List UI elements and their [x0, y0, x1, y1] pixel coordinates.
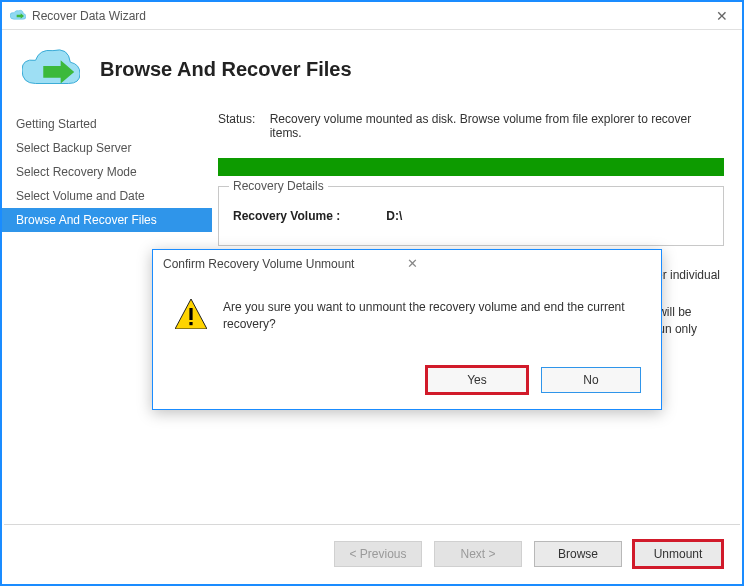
previous-button: < Previous	[334, 541, 422, 567]
recovery-volume-value: D:\	[386, 209, 402, 223]
unmount-button[interactable]: Unmount	[634, 541, 722, 567]
dialog-footer: Yes No	[153, 361, 661, 409]
titlebar: Recover Data Wizard ✕	[2, 2, 742, 30]
close-icon[interactable]: ✕	[710, 8, 734, 24]
svg-rect-2	[189, 308, 192, 320]
recovery-details-title: Recovery Details	[229, 179, 328, 193]
svg-rect-3	[189, 322, 192, 325]
recovery-volume-label: Recovery Volume :	[233, 209, 383, 223]
page-title: Browse And Recover Files	[100, 58, 352, 81]
dialog-message: Are you sure you want to unmount the rec…	[223, 299, 637, 333]
window: Recover Data Wizard ✕ Browse And Recover…	[0, 0, 744, 586]
sidebar-item-select-backup-server[interactable]: Select Backup Server	[2, 136, 212, 160]
dialog-close-icon[interactable]: ✕	[403, 256, 651, 271]
footer: < Previous Next > Browse Unmount	[4, 524, 740, 582]
sidebar-item-select-volume-date[interactable]: Select Volume and Date	[2, 184, 212, 208]
recovery-details-group: Recovery Details Recovery Volume : D:\	[218, 186, 724, 246]
warning-icon	[175, 299, 207, 329]
status-row: Status: Recovery volume mounted as disk.…	[218, 112, 724, 140]
dialog-titlebar: Confirm Recovery Volume Unmount ✕	[153, 250, 661, 277]
status-text: Recovery volume mounted as disk. Browse …	[270, 112, 724, 140]
window-title: Recover Data Wizard	[32, 9, 710, 23]
confirm-unmount-dialog: Confirm Recovery Volume Unmount ✕ Are yo…	[152, 249, 662, 410]
no-button[interactable]: No	[541, 367, 641, 393]
yes-button[interactable]: Yes	[427, 367, 527, 393]
next-button: Next >	[434, 541, 522, 567]
browse-button[interactable]: Browse	[534, 541, 622, 567]
dialog-body: Are you sure you want to unmount the rec…	[153, 277, 661, 361]
sidebar-item-getting-started[interactable]: Getting Started	[2, 112, 212, 136]
status-label: Status:	[218, 112, 270, 140]
sidebar-item-browse-recover[interactable]: Browse And Recover Files	[2, 208, 212, 232]
progress-bar	[218, 158, 724, 176]
recovery-volume-row: Recovery Volume : D:\	[233, 209, 709, 223]
cloud-restore-icon	[22, 48, 80, 90]
app-icon	[10, 8, 26, 24]
sidebar-item-select-recovery-mode[interactable]: Select Recovery Mode	[2, 160, 212, 184]
header: Browse And Recover Files	[2, 30, 742, 106]
dialog-title: Confirm Recovery Volume Unmount	[163, 257, 403, 271]
